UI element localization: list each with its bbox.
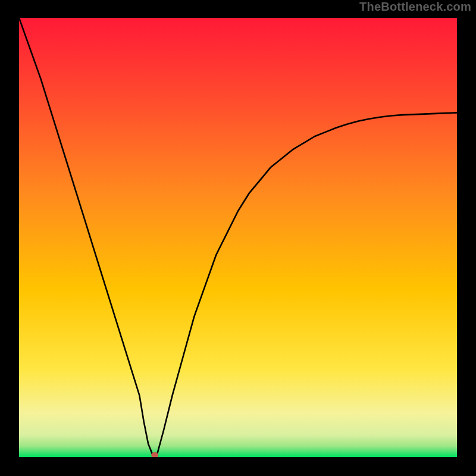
- watermark-text: TheBottleneck.com: [359, 0, 471, 14]
- plot-svg: [19, 18, 457, 457]
- plot-background: [19, 18, 457, 457]
- plot-frame: [19, 18, 457, 457]
- chart-container: TheBottleneck.com: [0, 0, 476, 476]
